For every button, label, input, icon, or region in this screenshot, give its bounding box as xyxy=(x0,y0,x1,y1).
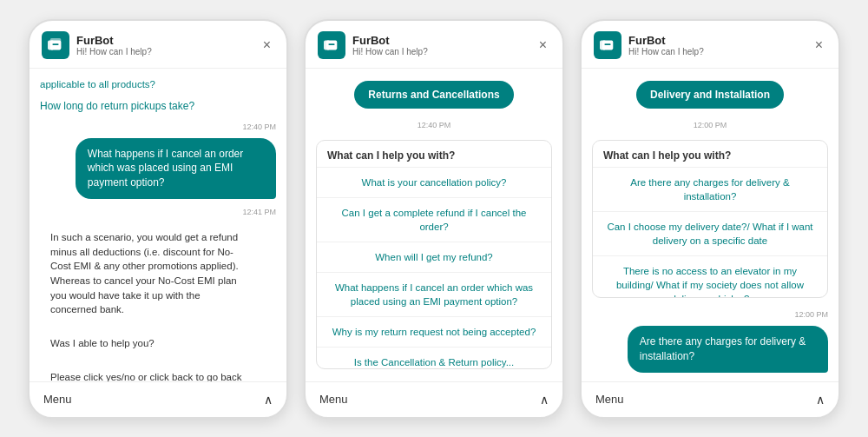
phone-3-title: FurBot xyxy=(628,34,805,47)
phone-2: FurBot Hi! How can I help? × Returns and… xyxy=(304,19,564,419)
phone-2-chat-body: Returns and Cancellations 12:40 PM What … xyxy=(306,69,562,381)
option-3-2[interactable]: Can I choose my delivery date?/ What if … xyxy=(593,211,827,255)
phone-1-menu-label[interactable]: Menu xyxy=(43,393,72,406)
bot-logo-2 xyxy=(318,31,345,59)
phone-3-header: FurBot Hi! How can I help? × xyxy=(582,21,838,69)
phone-3-footer: Menu ∧ xyxy=(582,381,838,417)
option-2-5[interactable]: Why is my return request not being accep… xyxy=(317,316,551,347)
options-card-2: What can I help you with? What is your c… xyxy=(316,140,552,369)
svg-rect-9 xyxy=(604,43,610,45)
option-2-4[interactable]: What happens if I cancel an order which … xyxy=(317,272,551,316)
bot-msg-help: Was I able to help you? xyxy=(40,329,165,358)
options-card-3: What can I help you with? Are there any … xyxy=(592,140,828,298)
phone-3-menu-label[interactable]: Menu xyxy=(595,393,624,406)
phone-2-chevron[interactable]: ∧ xyxy=(540,393,549,407)
option-2-2[interactable]: Can I get a complete refund if I cancel … xyxy=(317,197,551,242)
phone-2-menu-label[interactable]: Menu xyxy=(319,393,348,406)
phone-2-title: FurBot xyxy=(352,34,529,47)
phone-2-footer: Menu ∧ xyxy=(306,381,562,417)
phone-1-header: FurBot Hi! How can I help? × xyxy=(30,21,286,69)
phone-2-subtitle: Hi! How can I help? xyxy=(352,47,529,56)
option-2-3[interactable]: When will I get my refund? xyxy=(317,242,551,272)
user-msg-emi: What happens if I cancel an order which … xyxy=(76,138,276,199)
option-3-1[interactable]: Are there any charges for delivery & ins… xyxy=(593,167,827,211)
phone-1-subtitle: Hi! How can I help? xyxy=(76,47,253,56)
option-2-6[interactable]: Is the Cancellation & Return policy... xyxy=(317,347,551,368)
phone-1-chevron[interactable]: ∧ xyxy=(264,393,273,407)
phone-3: FurBot Hi! How can I help? × Delivery an… xyxy=(580,19,840,419)
timestamp-phone3-top: 12:00 PM xyxy=(592,121,828,129)
phone-3-close[interactable]: × xyxy=(812,36,826,55)
option-2-1[interactable]: What is your cancellation policy? xyxy=(317,167,551,197)
option-3-3[interactable]: There is no access to an elevator in my … xyxy=(593,255,827,298)
phone-3-subtitle: Hi! How can I help? xyxy=(628,47,805,56)
timestamp-1240: 12:40 PM xyxy=(40,122,276,131)
phone-3-header-text: FurBot Hi! How can I help? xyxy=(628,34,805,56)
link-return-pickups[interactable]: How long do return pickups take? xyxy=(40,98,276,114)
phone-1-header-text: FurBot Hi! How can I help? xyxy=(76,34,253,56)
phone-1-close[interactable]: × xyxy=(260,36,274,55)
phone-1-footer: Menu ∧ xyxy=(30,381,286,417)
phone-2-header: FurBot Hi! How can I help? × xyxy=(306,21,562,69)
phone-2-header-text: FurBot Hi! How can I help? xyxy=(352,34,529,56)
svg-rect-3 xyxy=(52,43,58,45)
options-title-3: What can I help you with? xyxy=(593,141,827,167)
svg-rect-6 xyxy=(328,43,334,45)
bot-logo-3 xyxy=(594,31,621,59)
link-applicable[interactable]: applicable to all products? xyxy=(40,77,276,91)
bot-msg-emi-response: In such a scenario, you would get a refu… xyxy=(40,223,253,324)
timestamp-phone2: 12:40 PM xyxy=(316,121,552,129)
quick-reply-returns[interactable]: Returns and Cancellations xyxy=(354,81,513,109)
phone-2-close[interactable]: × xyxy=(536,36,550,55)
phone-3-chat-body: Delivery and Installation 12:00 PM What … xyxy=(582,69,838,381)
phone-3-chevron[interactable]: ∧ xyxy=(816,393,825,407)
timestamp-1241: 12:41 PM xyxy=(40,208,276,216)
phone-1-title: FurBot xyxy=(76,34,253,47)
options-title-2: What can I help you with? xyxy=(317,141,551,167)
bot-msg-click: Please click yes/no or click back to go … xyxy=(40,363,253,381)
phone-1-chat-body: applicable to all products? How long do … xyxy=(30,69,286,381)
user-msg-delivery: Are there any charges for delivery & ins… xyxy=(628,326,828,373)
phone-1: FurBot Hi! How can I help? × applicable … xyxy=(28,19,288,419)
quick-reply-delivery[interactable]: Delivery and Installation xyxy=(636,81,784,109)
timestamp-phone3-bottom: 12:00 PM xyxy=(592,310,828,319)
bot-logo-1 xyxy=(42,31,69,59)
